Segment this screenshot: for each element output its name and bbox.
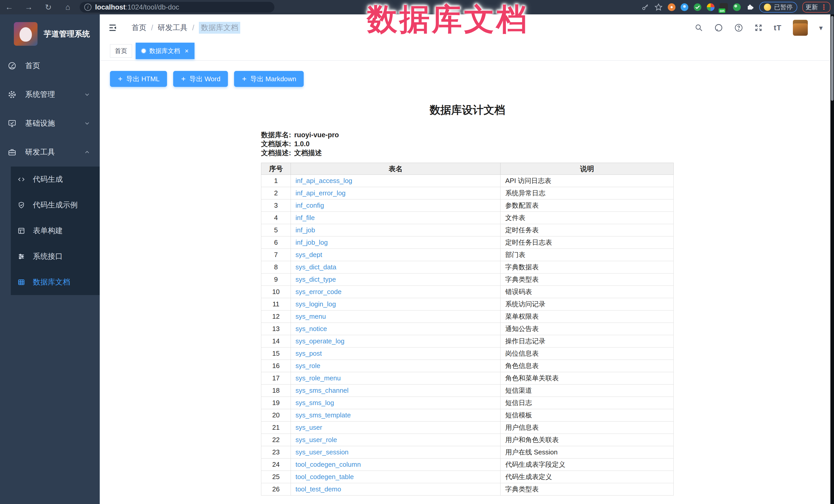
table-row: 14 sys_operate_log 操作日志记录 — [261, 335, 674, 348]
sidebar-item-system[interactable]: 系统管理 — [0, 80, 100, 109]
search-icon[interactable] — [695, 24, 703, 32]
table-name-link[interactable]: sys_post — [295, 350, 322, 357]
row-index: 11 — [261, 298, 291, 310]
table-row: 8 sys_dict_data 字典数据表 — [261, 261, 674, 273]
scrollbar-thumb[interactable] — [831, 16, 833, 101]
row-index: 5 — [261, 224, 291, 237]
extension-on-icon[interactable]: on — [720, 3, 728, 11]
table-name-link[interactable]: sys_user — [295, 423, 322, 431]
table-name-link[interactable]: sys_dept — [295, 251, 322, 259]
export-markdown-button[interactable]: 导出 Markdown — [234, 71, 304, 87]
sidebar-item-infra[interactable]: 基础设施 — [0, 109, 100, 138]
extension-check-icon[interactable] — [694, 3, 702, 11]
table-row: 3 inf_config 参数配置表 — [261, 199, 674, 212]
row-index: 20 — [261, 409, 291, 421]
table-icon — [18, 278, 25, 286]
extension-pin-icon[interactable] — [681, 3, 688, 11]
url-path: :1024/tool/db-doc — [126, 3, 179, 11]
breadcrumb-devtools[interactable]: 研发工具 — [158, 23, 188, 33]
table-name-link[interactable]: inf_job — [295, 226, 315, 234]
sidebar-item-api[interactable]: 系统接口 — [11, 244, 100, 269]
table-name-link[interactable]: sys_menu — [295, 312, 326, 320]
row-index: 4 — [261, 212, 291, 224]
sidebar-item-codegen-example[interactable]: 代码生成示例 — [11, 192, 100, 218]
sidebar-item-home[interactable]: 首页 — [0, 51, 100, 80]
table-name-link[interactable]: sys_notice — [295, 325, 327, 333]
table-name-link[interactable]: inf_api_error_log — [295, 189, 346, 197]
row-description: 用户在线 Session — [501, 446, 674, 459]
reload-icon[interactable]: ↻ — [44, 3, 53, 12]
toolbox-icon — [8, 148, 17, 156]
table-row: 6 inf_job_log 定时任务日志表 — [261, 237, 674, 249]
tab-db-doc[interactable]: 数据库文档 × — [136, 43, 195, 59]
fullscreen-icon[interactable] — [754, 24, 763, 32]
browser-menu-icon[interactable]: ⋮ — [820, 4, 827, 11]
close-icon[interactable]: × — [185, 47, 189, 54]
table-name-link[interactable]: sys_sms_template — [295, 411, 351, 419]
table-name-link[interactable]: sys_dict_data — [295, 263, 336, 271]
gear-icon — [8, 90, 17, 99]
plus-icon — [242, 76, 247, 82]
sidebar-item-codegen[interactable]: 代码生成 — [11, 167, 100, 192]
row-description: API 访问日志表 — [501, 175, 674, 187]
table-name-link[interactable]: inf_config — [295, 201, 324, 209]
page-scrollbar[interactable] — [830, 15, 834, 504]
key-icon[interactable] — [641, 3, 649, 11]
row-description: 角色信息表 — [501, 360, 674, 372]
extension-grid-icon[interactable] — [707, 3, 715, 11]
table-name-link[interactable]: sys_login_log — [295, 300, 336, 308]
form-icon — [18, 227, 25, 235]
sidebar-item-form-builder[interactable]: 表单构建 — [11, 218, 100, 244]
table-row: 20 sys_sms_template 短信模板 — [261, 409, 674, 421]
table-name-link[interactable]: inf_file — [295, 214, 315, 222]
export-html-button[interactable]: 导出 HTML — [110, 71, 167, 87]
row-description: 短信模板 — [501, 409, 674, 421]
table-name-link[interactable]: tool_codegen_column — [295, 461, 361, 468]
dashboard-icon — [8, 61, 17, 70]
row-index: 12 — [261, 310, 291, 323]
extension-paused-pill[interactable]: 已暂停 — [759, 2, 797, 13]
app-logo-row[interactable]: 芋道管理系统 — [0, 15, 100, 46]
table-name-link[interactable]: inf_api_access_log — [295, 177, 352, 184]
home-icon[interactable]: ⌂ — [63, 3, 72, 12]
table-name-link[interactable]: sys_user_session — [295, 448, 349, 456]
row-index: 16 — [261, 360, 291, 372]
chevron-down-icon[interactable]: ▾ — [819, 24, 823, 32]
github-icon[interactable] — [714, 23, 723, 32]
sidebar-item-devtools[interactable]: 研发工具 — [0, 138, 100, 167]
row-index: 2 — [261, 187, 291, 199]
forward-icon[interactable]: → — [24, 3, 34, 12]
sidebar-fold-icon[interactable] — [108, 23, 117, 32]
table-name-link[interactable]: sys_error_code — [295, 288, 342, 295]
table-name-link[interactable]: sys_dict_type — [295, 276, 336, 283]
table-name-link[interactable]: tool_test_demo — [295, 485, 341, 493]
sidebar-item-db-doc[interactable]: 数据库文档 — [11, 269, 100, 295]
address-bar[interactable]: i localhost:1024/tool/db-doc — [80, 2, 275, 13]
bookmark-star-icon[interactable] — [654, 3, 663, 11]
table-name-link[interactable]: sys_sms_log — [295, 399, 334, 407]
back-icon[interactable]: ← — [5, 3, 14, 12]
font-size-icon[interactable]: tT — [774, 23, 782, 32]
table-name-link[interactable]: tool_codegen_table — [295, 473, 354, 481]
table-name-link[interactable]: sys_role_menu — [295, 374, 341, 382]
row-description: 系统访问记录 — [501, 298, 674, 310]
table-name-link[interactable]: sys_user_role — [295, 436, 337, 444]
extension-icon[interactable] — [668, 3, 676, 11]
avatar[interactable] — [793, 20, 808, 36]
extension-leaf-icon[interactable] — [733, 3, 741, 11]
table-row: 22 sys_user_role 用户和角色关联表 — [261, 434, 674, 446]
tab-home[interactable]: 首页 — [110, 44, 132, 58]
help-icon[interactable] — [734, 23, 743, 32]
site-info-icon[interactable]: i — [84, 4, 91, 11]
extensions-puzzle-icon[interactable] — [746, 3, 754, 11]
breadcrumb-home[interactable]: 首页 — [132, 23, 147, 33]
export-word-button[interactable]: 导出 Word — [173, 71, 228, 87]
sidebar-item-label: 研发工具 — [25, 147, 55, 157]
table-name-link[interactable]: sys_role — [295, 362, 321, 370]
row-description: 字典数据表 — [501, 261, 674, 273]
table-name-link[interactable]: inf_job_log — [295, 239, 328, 246]
table-row: 17 sys_role_menu 角色和菜单关联表 — [261, 372, 674, 385]
table-name-link[interactable]: sys_sms_channel — [295, 387, 349, 394]
browser-update-button[interactable]: 更新 ⋮ — [803, 2, 830, 13]
table-name-link[interactable]: sys_operate_log — [295, 337, 345, 345]
